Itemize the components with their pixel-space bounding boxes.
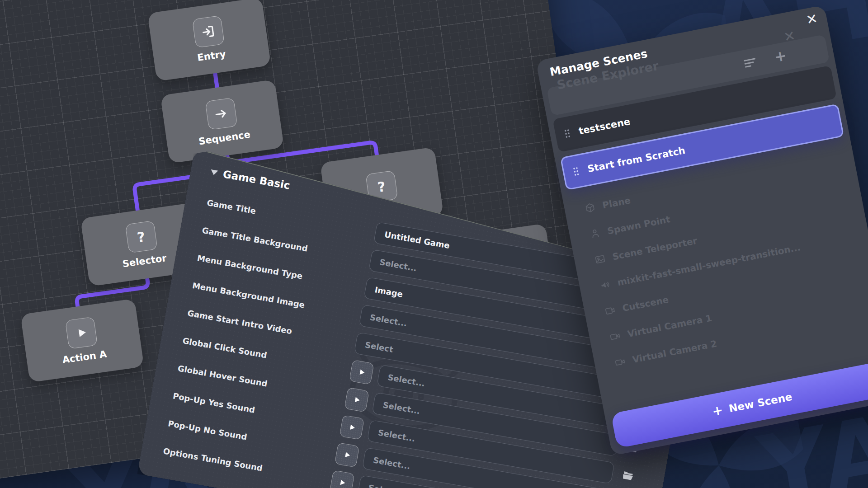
ghost-item-plane: Plane	[584, 195, 632, 214]
drag-handle-icon[interactable]	[572, 166, 580, 176]
input-placeholder: Select...	[369, 312, 408, 328]
ghost-item-spawn-point: Spawn Point	[589, 214, 671, 240]
node-label: Entry	[197, 48, 226, 63]
drag-handle-icon[interactable]	[564, 129, 571, 139]
image-icon	[594, 253, 606, 266]
spawn-icon	[589, 227, 601, 240]
plus-icon: +	[711, 404, 724, 418]
play-sound-button[interactable]	[349, 360, 374, 385]
input-placeholder: Select...	[379, 257, 418, 273]
camera-icon	[614, 356, 627, 369]
folder-browse-button[interactable]	[618, 464, 638, 488]
node-label: Selector	[122, 253, 167, 269]
collapse-triangle-icon	[210, 169, 218, 176]
play-icon	[65, 317, 97, 349]
input-placeholder: Select...	[387, 372, 426, 388]
edge-entry-sequence	[215, 72, 217, 89]
ghost-item-cutscene: Cutscene	[604, 294, 670, 317]
node-label: Sequence	[198, 129, 251, 147]
input-placeholder: Select	[364, 340, 394, 354]
input-placeholder: Select...	[382, 400, 421, 416]
enter-icon	[192, 15, 224, 48]
scene-name: Start from Scratch	[587, 145, 686, 174]
play-sound-button[interactable]	[330, 470, 355, 488]
input-placeholder: Select...	[373, 455, 411, 471]
camera-icon	[609, 330, 621, 343]
input-placeholder: Select...	[377, 427, 416, 443]
film-icon	[604, 305, 616, 317]
node-label: Action A	[61, 348, 107, 366]
play-sound-button[interactable]	[335, 442, 360, 468]
scene-name: testscene	[578, 116, 631, 137]
ghost-item-virtual-camera-1: Virtual Camera 1	[609, 312, 712, 343]
input-value: Untitled Game	[384, 230, 451, 250]
ghost-item-scene-teleporter: Scene Teleporter	[594, 235, 698, 266]
input-value: Image	[374, 285, 403, 299]
play-sound-button[interactable]	[340, 415, 365, 440]
input-placeholder: Select...	[368, 483, 406, 488]
ghost-item-virtual-camera-2: Virtual Camera 2	[614, 338, 718, 368]
cube-icon	[584, 202, 596, 214]
new-scene-label: New Scene	[728, 391, 793, 415]
question-icon: ?	[125, 221, 157, 253]
arrow-right-icon	[205, 98, 237, 130]
close-icon[interactable]: ✕	[805, 10, 819, 28]
play-sound-button[interactable]	[344, 387, 369, 413]
audio-icon	[599, 279, 611, 291]
